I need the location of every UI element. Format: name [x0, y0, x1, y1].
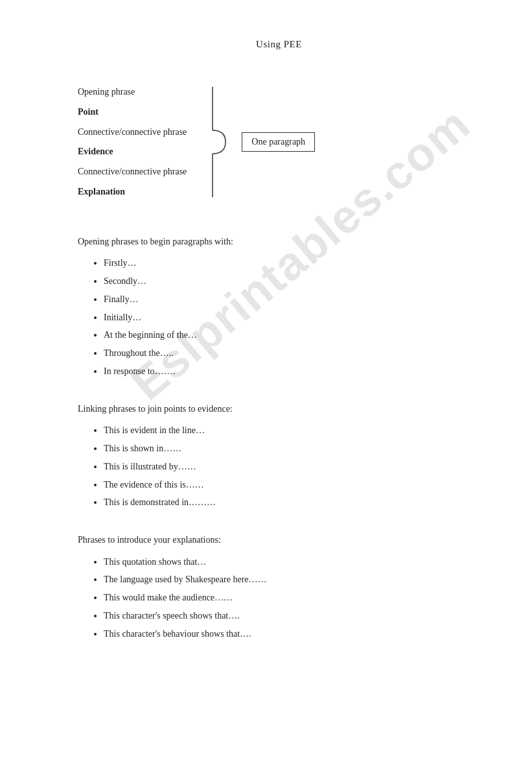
pee-evidence: Evidence: [78, 142, 187, 162]
opening-phrases-list: Firstly… Secondly… Finally… Initially… A…: [78, 255, 480, 379]
list-item: Finally…: [104, 292, 480, 307]
list-item: At the beginning of the…: [104, 327, 480, 343]
pee-items: Opening phrase Point Connective/connecti…: [78, 82, 187, 202]
list-item: This quotation shows that…: [104, 554, 480, 570]
list-item: Initially…: [104, 310, 480, 326]
explanation-phrases-list: This quotation shows that… The language …: [78, 554, 480, 642]
list-item: Firstly…: [104, 255, 480, 271]
linking-phrases-list: This is evident in the line… This is sho…: [78, 423, 480, 510]
pee-explanation: Explanation: [78, 182, 187, 202]
pee-connective1: Connective/connective phrase: [78, 123, 187, 143]
list-item: This would make the audience……: [104, 590, 480, 606]
list-item: Secondly…: [104, 274, 480, 289]
list-item: This is shown in……: [104, 441, 480, 456]
linking-phrases-title: Linking phrases to join points to eviden…: [78, 402, 480, 416]
pee-connective2: Connective/connective phrase: [78, 162, 187, 182]
list-item: Throughout the…..: [104, 346, 480, 361]
list-item: In response to…….: [104, 364, 480, 379]
explanation-phrases-title: Phrases to introduce your explanations:: [78, 533, 480, 547]
opening-phrases-title: Opening phrases to begin paragraphs with…: [78, 235, 480, 249]
list-item: This character's behaviour shows that….: [104, 626, 480, 642]
list-item: The evidence of this is……: [104, 477, 480, 493]
explanation-phrases-section: Phrases to introduce your explanations: …: [78, 533, 480, 641]
pee-opening-phrase: Opening phrase: [78, 82, 187, 102]
bracket-container: One paragraph: [206, 84, 315, 200]
linking-phrases-section: Linking phrases to join points to eviden…: [78, 402, 480, 510]
bracket-svg: [206, 84, 232, 200]
list-item: This is illustrated by……: [104, 459, 480, 475]
list-item: This character's speech shows that….: [104, 608, 480, 624]
list-item: This is demonstrated in………: [104, 495, 480, 510]
pee-point: Point: [78, 102, 187, 123]
pee-structure: Opening phrase Point Connective/connecti…: [78, 82, 480, 202]
list-item: The language used by Shakespeare here……: [104, 572, 480, 587]
one-paragraph-box: One paragraph: [242, 132, 315, 152]
opening-phrases-section: Opening phrases to begin paragraphs with…: [78, 235, 480, 379]
list-item: This is evident in the line…: [104, 423, 480, 438]
page-title: Using PEE: [78, 39, 480, 50]
